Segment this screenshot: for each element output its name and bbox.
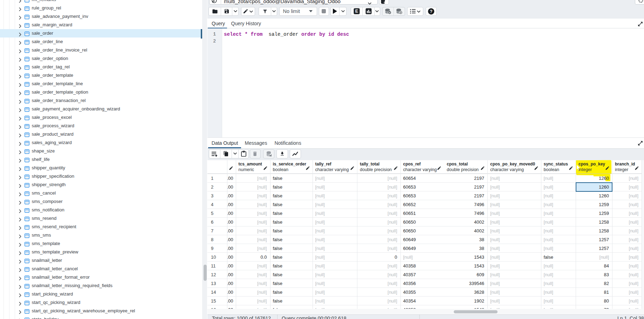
svg-text:E: E	[355, 9, 358, 14]
svg-text:?: ?	[430, 9, 433, 14]
